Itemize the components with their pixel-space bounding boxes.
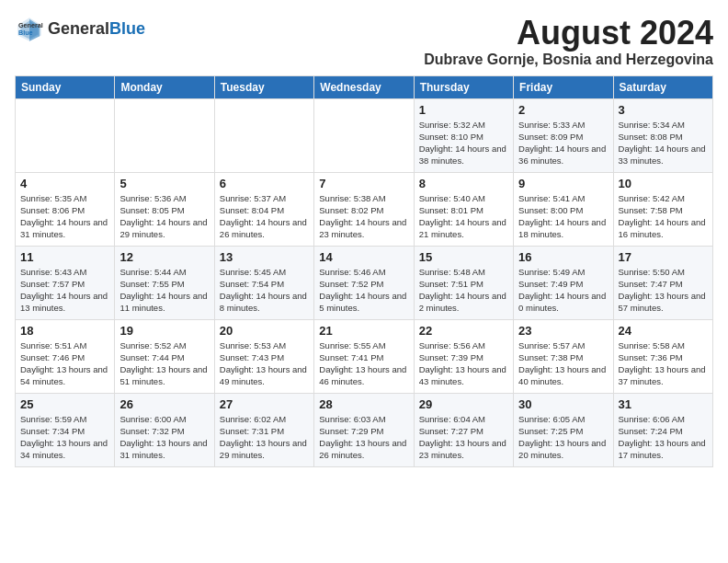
calendar-cell: 29Sunrise: 6:04 AM Sunset: 7:27 PM Dayli… (414, 393, 513, 466)
day-info: Sunrise: 5:46 AM Sunset: 7:52 PM Dayligh… (319, 266, 408, 315)
logo-general-text: General (48, 19, 109, 38)
day-info: Sunrise: 6:00 AM Sunset: 7:32 PM Dayligh… (119, 413, 209, 462)
day-info: Sunrise: 5:59 AM Sunset: 7:34 PM Dayligh… (20, 413, 109, 462)
day-number: 21 (319, 324, 408, 338)
day-number: 31 (619, 397, 708, 411)
calendar-cell: 23Sunrise: 5:57 AM Sunset: 7:38 PM Dayli… (514, 319, 613, 393)
day-number: 20 (220, 324, 309, 338)
calendar-cell: 4Sunrise: 5:35 AM Sunset: 8:06 PM Daylig… (16, 172, 115, 246)
day-info: Sunrise: 5:44 AM Sunset: 7:55 PM Dayligh… (119, 266, 209, 315)
day-number: 26 (119, 397, 209, 411)
svg-text:Blue: Blue (18, 29, 33, 37)
day-number: 13 (220, 250, 309, 264)
day-number: 11 (20, 250, 109, 264)
calendar-cell: 27Sunrise: 6:02 AM Sunset: 7:31 PM Dayli… (214, 393, 313, 466)
column-header-thursday: Thursday (414, 75, 513, 98)
day-info: Sunrise: 5:36 AM Sunset: 8:05 PM Dayligh… (119, 192, 209, 241)
calendar-cell: 9Sunrise: 5:41 AM Sunset: 8:00 PM Daylig… (514, 172, 613, 246)
calendar-cell: 3Sunrise: 5:34 AM Sunset: 8:08 PM Daylig… (613, 98, 712, 172)
calendar-cell: 22Sunrise: 5:56 AM Sunset: 7:39 PM Dayli… (414, 319, 513, 393)
calendar-cell: 30Sunrise: 6:05 AM Sunset: 7:25 PM Dayli… (514, 393, 613, 466)
day-number: 17 (619, 250, 708, 264)
calendar-cell: 16Sunrise: 5:49 AM Sunset: 7:49 PM Dayli… (514, 246, 613, 319)
calendar-cell (16, 98, 115, 172)
calendar-cell: 19Sunrise: 5:52 AM Sunset: 7:44 PM Dayli… (115, 319, 214, 393)
day-info: Sunrise: 5:51 AM Sunset: 7:46 PM Dayligh… (20, 339, 109, 388)
calendar-cell: 28Sunrise: 6:03 AM Sunset: 7:29 PM Dayli… (314, 393, 414, 466)
day-info: Sunrise: 5:32 AM Sunset: 8:10 PM Dayligh… (419, 119, 508, 167)
day-info: Sunrise: 5:58 AM Sunset: 7:36 PM Dayligh… (619, 339, 708, 388)
calendar-cell: 18Sunrise: 5:51 AM Sunset: 7:46 PM Dayli… (16, 319, 115, 393)
calendar-cell: 8Sunrise: 5:40 AM Sunset: 8:01 PM Daylig… (414, 172, 513, 246)
calendar-table: SundayMondayTuesdayWednesdayThursdayFrid… (15, 75, 713, 467)
calendar-cell: 10Sunrise: 5:42 AM Sunset: 7:58 PM Dayli… (613, 172, 712, 246)
day-info: Sunrise: 5:52 AM Sunset: 7:44 PM Dayligh… (119, 339, 209, 388)
calendar-cell: 21Sunrise: 5:55 AM Sunset: 7:41 PM Dayli… (314, 319, 414, 393)
calendar-cell: 17Sunrise: 5:50 AM Sunset: 7:47 PM Dayli… (613, 246, 712, 319)
day-number: 29 (419, 397, 508, 411)
day-number: 9 (518, 177, 608, 190)
day-number: 1 (419, 103, 508, 117)
month-year-title: August 2024 (424, 15, 713, 52)
calendar-cell: 24Sunrise: 5:58 AM Sunset: 7:36 PM Dayli… (613, 319, 712, 393)
calendar-cell: 20Sunrise: 5:53 AM Sunset: 7:43 PM Dayli… (214, 319, 313, 393)
calendar-cell: 31Sunrise: 6:06 AM Sunset: 7:24 PM Dayli… (613, 393, 712, 466)
calendar-cell: 12Sunrise: 5:44 AM Sunset: 7:55 PM Dayli… (115, 246, 214, 319)
calendar-cell: 14Sunrise: 5:46 AM Sunset: 7:52 PM Dayli… (314, 246, 414, 319)
day-info: Sunrise: 5:50 AM Sunset: 7:47 PM Dayligh… (619, 266, 708, 315)
day-info: Sunrise: 5:42 AM Sunset: 7:58 PM Dayligh… (619, 192, 708, 241)
logo-icon: General Blue (15, 15, 44, 44)
calendar-header-row: SundayMondayTuesdayWednesdayThursdayFrid… (16, 75, 713, 98)
day-number: 6 (220, 177, 309, 190)
day-number: 7 (319, 177, 408, 190)
day-info: Sunrise: 6:04 AM Sunset: 7:27 PM Dayligh… (419, 413, 508, 462)
day-number: 24 (619, 324, 708, 338)
day-info: Sunrise: 5:55 AM Sunset: 7:41 PM Dayligh… (319, 339, 408, 388)
day-info: Sunrise: 5:48 AM Sunset: 7:51 PM Dayligh… (419, 266, 508, 315)
day-number: 25 (20, 397, 109, 411)
calendar-cell: 5Sunrise: 5:36 AM Sunset: 8:05 PM Daylig… (115, 172, 214, 246)
calendar-week-row: 4Sunrise: 5:35 AM Sunset: 8:06 PM Daylig… (16, 172, 713, 246)
day-number: 16 (518, 250, 608, 264)
column-header-friday: Friday (514, 75, 613, 98)
day-number: 10 (619, 177, 708, 190)
day-info: Sunrise: 6:06 AM Sunset: 7:24 PM Dayligh… (619, 413, 708, 462)
day-number: 28 (319, 397, 408, 411)
day-info: Sunrise: 5:41 AM Sunset: 8:00 PM Dayligh… (518, 192, 608, 241)
day-info: Sunrise: 5:37 AM Sunset: 8:04 PM Dayligh… (220, 192, 309, 241)
column-header-sunday: Sunday (16, 75, 115, 98)
day-number: 8 (419, 177, 508, 190)
calendar-cell: 7Sunrise: 5:38 AM Sunset: 8:02 PM Daylig… (314, 172, 414, 246)
day-number: 23 (518, 324, 608, 338)
column-header-wednesday: Wednesday (314, 75, 414, 98)
day-info: Sunrise: 5:35 AM Sunset: 8:06 PM Dayligh… (20, 192, 109, 241)
day-number: 5 (119, 177, 209, 190)
day-info: Sunrise: 5:45 AM Sunset: 7:54 PM Dayligh… (220, 266, 309, 315)
day-number: 22 (419, 324, 508, 338)
calendar-week-row: 25Sunrise: 5:59 AM Sunset: 7:34 PM Dayli… (16, 393, 713, 466)
day-info: Sunrise: 5:53 AM Sunset: 7:43 PM Dayligh… (220, 339, 309, 388)
logo-blue-text: Blue (109, 19, 145, 38)
column-header-tuesday: Tuesday (214, 75, 313, 98)
day-number: 14 (319, 250, 408, 264)
calendar-cell: 25Sunrise: 5:59 AM Sunset: 7:34 PM Dayli… (16, 393, 115, 466)
title-block: August 2024 Dubrave Gornje, Bosnia and H… (424, 15, 713, 68)
day-number: 19 (119, 324, 209, 338)
calendar-cell (314, 98, 414, 172)
day-info: Sunrise: 5:33 AM Sunset: 8:09 PM Dayligh… (518, 119, 608, 167)
calendar-cell: 11Sunrise: 5:43 AM Sunset: 7:57 PM Dayli… (16, 246, 115, 319)
calendar-cell: 6Sunrise: 5:37 AM Sunset: 8:04 PM Daylig… (214, 172, 313, 246)
day-info: Sunrise: 6:03 AM Sunset: 7:29 PM Dayligh… (319, 413, 408, 462)
location-title: Dubrave Gornje, Bosnia and Herzegovina (424, 52, 713, 68)
day-info: Sunrise: 6:02 AM Sunset: 7:31 PM Dayligh… (220, 413, 309, 462)
column-header-monday: Monday (115, 75, 214, 98)
calendar-cell: 2Sunrise: 5:33 AM Sunset: 8:09 PM Daylig… (514, 98, 613, 172)
day-number: 12 (119, 250, 209, 264)
day-number: 27 (220, 397, 309, 411)
day-number: 15 (419, 250, 508, 264)
day-number: 4 (20, 177, 109, 190)
calendar-week-row: 1Sunrise: 5:32 AM Sunset: 8:10 PM Daylig… (16, 98, 713, 172)
day-number: 2 (518, 103, 608, 117)
calendar-cell (115, 98, 214, 172)
calendar-week-row: 18Sunrise: 5:51 AM Sunset: 7:46 PM Dayli… (16, 319, 713, 393)
